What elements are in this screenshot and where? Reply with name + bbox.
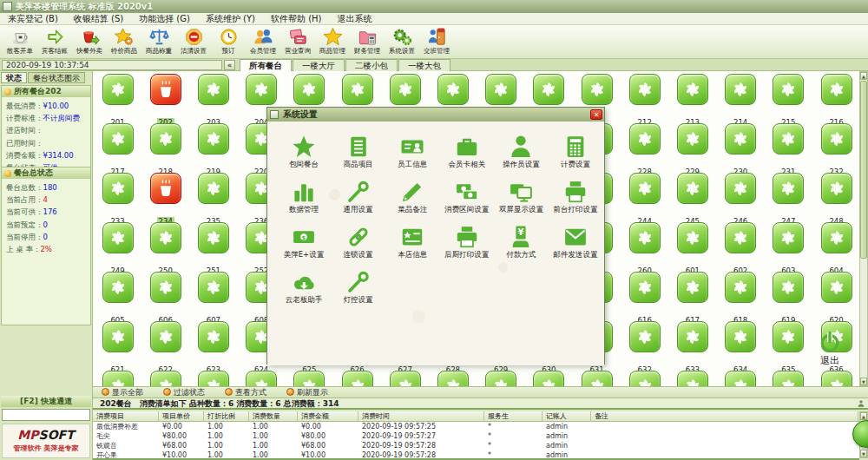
table-scroll-up-arrow[interactable]: ▲ bbox=[860, 412, 867, 420]
settings-item-15[interactable]: 后厨打印设置 bbox=[440, 224, 494, 259]
table-cell-621[interactable]: 621 bbox=[94, 321, 141, 375]
table-cell-218[interactable]: 218 bbox=[141, 123, 189, 177]
table-cell-233[interactable]: 233 bbox=[94, 173, 141, 227]
table-cell-229[interactable]: 229 bbox=[668, 123, 716, 177]
settings-item-2[interactable]: 员工信息 bbox=[385, 134, 439, 168]
table-cell-646[interactable]: 646 bbox=[525, 371, 573, 386]
table-cell-602[interactable]: 602 bbox=[717, 222, 765, 276]
toolbar-members-button[interactable]: 会员管理 bbox=[245, 26, 281, 58]
table-cell-632[interactable]: 632 bbox=[621, 321, 668, 375]
table-cell-244[interactable]: 244 bbox=[621, 173, 668, 227]
toolbar-scale-button[interactable]: 商品称重 bbox=[141, 26, 177, 58]
area-tab-0[interactable]: 所有餐台 bbox=[240, 59, 292, 71]
menu-item-0[interactable]: 来宾登记 (B) bbox=[0, 13, 66, 24]
table-cell-641[interactable]: 641 bbox=[286, 371, 333, 386]
table-cell-231[interactable]: 231 bbox=[765, 123, 812, 177]
table-cell-234[interactable]: 234 bbox=[141, 173, 189, 227]
table-cell-652[interactable]: 652 bbox=[812, 371, 859, 386]
table-cell-638[interactable]: 638 bbox=[141, 371, 189, 386]
table-cell-643[interactable]: 643 bbox=[381, 371, 429, 386]
grid-scrollbar-thumb[interactable] bbox=[860, 81, 867, 259]
settings-item-14[interactable]: 本店信息 bbox=[385, 224, 439, 259]
toolbar-special-star-gear-button[interactable]: 特价商品 bbox=[106, 26, 142, 58]
table-cell-619[interactable]: 619 bbox=[765, 272, 812, 325]
area-tab-3[interactable]: 一楼大包 bbox=[398, 59, 450, 71]
table-summary-panel-header[interactable]: 餐台总状态 bbox=[2, 168, 90, 179]
table-cell-228[interactable]: 228 bbox=[621, 123, 668, 177]
settings-item-19[interactable]: 灯控设置 bbox=[332, 269, 385, 304]
table-cell-623[interactable]: 623 bbox=[189, 321, 237, 375]
area-tab-1[interactable]: 一楼大厅 bbox=[293, 59, 345, 71]
settings-item-9[interactable]: 消费区间设置 bbox=[440, 179, 494, 214]
table-cell-212[interactable]: 212 bbox=[621, 74, 668, 128]
table-cell-645[interactable]: 645 bbox=[477, 371, 525, 386]
action-button-1[interactable]: 过滤状态 bbox=[163, 388, 205, 398]
table-cell-260[interactable]: 260 bbox=[621, 222, 668, 276]
table-cell-642[interactable]: 642 bbox=[333, 371, 381, 386]
table-cell-605[interactable]: 605 bbox=[94, 272, 141, 325]
table-cell-235[interactable]: 235 bbox=[189, 173, 237, 227]
table-cell-215[interactable]: 215 bbox=[765, 74, 812, 128]
table-cell-248[interactable]: 248 bbox=[812, 173, 859, 227]
table-cell-634[interactable]: 634 bbox=[717, 321, 765, 375]
sidebar-tab-0[interactable]: 状态 bbox=[1, 72, 27, 83]
table-cell-606[interactable]: 606 bbox=[141, 272, 189, 325]
toolbar-shift-door-button[interactable]: 交班管理 bbox=[418, 26, 455, 58]
table-cell-232[interactable]: 232 bbox=[812, 123, 859, 177]
table-cell-604[interactable]: 604 bbox=[812, 222, 859, 276]
toolbar-soldout-button[interactable]: 沽清设置 bbox=[175, 26, 212, 58]
toolbar-clock-button[interactable]: 预订 bbox=[210, 26, 247, 58]
grid-scroll-up-arrow[interactable]: ▲ bbox=[860, 72, 867, 80]
area-tab-2[interactable]: 二楼小包 bbox=[345, 59, 398, 71]
settings-item-12[interactable]: $美萍E+设置 bbox=[277, 224, 331, 259]
settings-item-17[interactable]: 邮件发送设置 bbox=[549, 224, 602, 259]
sidebar-tab-1[interactable]: 餐台状态图示 bbox=[28, 72, 85, 83]
settings-item-8[interactable]: 菜品备注 bbox=[385, 179, 439, 214]
toolbar-finance-button[interactable]: 财务管理 bbox=[349, 26, 385, 58]
table-cell-651[interactable]: 651 bbox=[765, 371, 812, 386]
settings-item-6[interactable]: 数据管理 bbox=[277, 179, 331, 214]
menu-item-2[interactable]: 功能选择 (G) bbox=[131, 13, 198, 24]
table-cell-603[interactable]: 603 bbox=[765, 222, 812, 276]
settings-item-16[interactable]: ¥付款方式 bbox=[494, 224, 548, 259]
table-cell-247[interactable]: 247 bbox=[765, 173, 812, 227]
table-info-panel-header[interactable]: 所有餐台202 bbox=[2, 86, 90, 97]
consumption-row[interactable]: 最低消费补差¥0.001.001.00¥0.002020-09-19 09:57… bbox=[93, 423, 859, 432]
menu-item-3[interactable]: 系统维护 (Y) bbox=[198, 13, 263, 24]
settings-item-7[interactable]: 通用设置 bbox=[332, 179, 385, 214]
table-cell-648[interactable]: 648 bbox=[621, 371, 668, 386]
table-cell-201[interactable]: 201 bbox=[94, 74, 141, 128]
menu-item-5[interactable]: 退出系统 bbox=[330, 13, 380, 24]
consumption-row[interactable]: 毛尖¥80.001.001.00¥80.002020-09-19 09:57:2… bbox=[93, 432, 859, 442]
table-cell-214[interactable]: 214 bbox=[717, 74, 765, 128]
settings-item-3[interactable]: 会员卡相关 bbox=[440, 134, 494, 168]
toolbar-takeout-cup-button[interactable]: 快餐外卖 bbox=[71, 26, 108, 58]
consumption-row[interactable]: 铁观音¥68.001.001.00¥68.002020-09-19 09:57:… bbox=[93, 442, 859, 451]
settings-item-1[interactable]: 商品项目 bbox=[332, 134, 385, 168]
table-cell-601[interactable]: 601 bbox=[668, 222, 716, 276]
toolbar-checkout-arrow-button[interactable]: 宾客结账 bbox=[36, 26, 73, 58]
table-cell-250[interactable]: 250 bbox=[141, 222, 189, 276]
close-icon[interactable]: ✕ bbox=[590, 109, 602, 120]
table-cell-647[interactable]: 647 bbox=[573, 371, 621, 386]
table-cell-622[interactable]: 622 bbox=[141, 321, 189, 375]
quick-channel-header[interactable]: [F2] 快速通道 bbox=[1, 396, 91, 407]
table-scroll-down-arrow[interactable]: ▼ bbox=[860, 450, 867, 457]
toolbar-teacup-button[interactable]: 散客开单 bbox=[2, 26, 38, 58]
table-cell-640[interactable]: 640 bbox=[238, 371, 286, 386]
toolbar-goods-star-button[interactable]: 商品管理 bbox=[314, 26, 351, 58]
settings-item-10[interactable]: 双屏显示设置 bbox=[494, 179, 548, 214]
table-cell-249[interactable]: 249 bbox=[94, 222, 141, 276]
table-cell-633[interactable]: 633 bbox=[668, 321, 716, 375]
table-cell-637[interactable]: 637 bbox=[94, 371, 141, 386]
table-cell-644[interactable]: 644 bbox=[429, 371, 477, 386]
quick-channel-input[interactable] bbox=[2, 409, 90, 421]
table-cell-650[interactable]: 650 bbox=[717, 371, 765, 386]
table-cell-617[interactable]: 617 bbox=[668, 272, 716, 325]
table-cell-213[interactable]: 213 bbox=[668, 74, 716, 128]
table-cell-219[interactable]: 219 bbox=[189, 123, 237, 177]
grid-scrollbar[interactable]: ▲ ▼ bbox=[859, 71, 868, 386]
grid-scroll-down-arrow[interactable]: ▼ bbox=[860, 378, 867, 385]
table-cell-639[interactable]: 639 bbox=[189, 371, 237, 386]
settings-item-18[interactable]: 云老板助手 bbox=[277, 269, 331, 304]
